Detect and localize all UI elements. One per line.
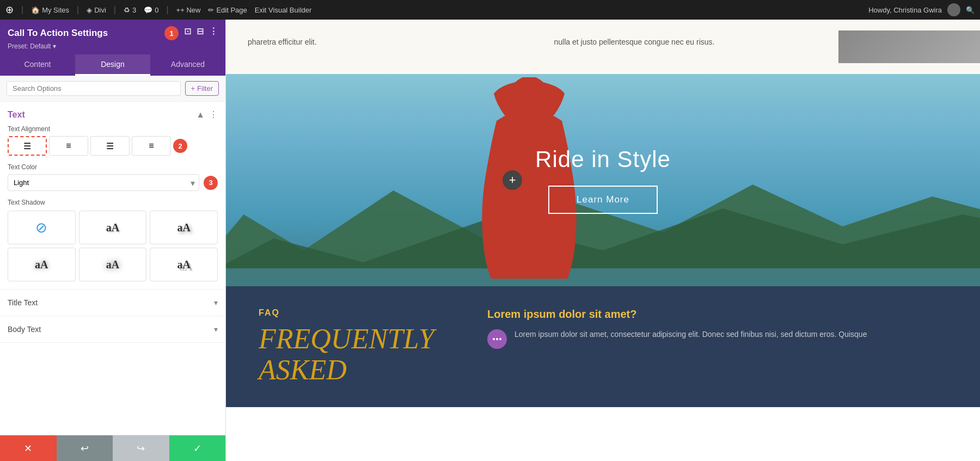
settings-panel: Call To Action Settings 1 ⊡ ⊟ ⋮ Preset: … xyxy=(0,20,226,461)
cancel-button[interactable]: ✕ xyxy=(0,435,57,461)
learn-more-button[interactable]: Learn More xyxy=(548,186,658,214)
collapse-chevron-icon[interactable]: ▲ xyxy=(196,110,205,120)
undo-icon: ↩ xyxy=(81,442,89,454)
text-color-label: Text Color xyxy=(8,163,218,171)
text-section-body: Text Alignment ☰ ≡ ☰ ≡ 2 Text Color Ligh… xyxy=(0,125,225,289)
preset-selector[interactable]: Preset: Default ▾ xyxy=(8,42,218,50)
save-icon: ✓ xyxy=(193,442,201,454)
plus-icon: + xyxy=(509,173,516,187)
divi-link[interactable]: ◈ Divi xyxy=(87,6,106,14)
text-color-select[interactable]: Light Dark Custom xyxy=(8,174,199,191)
text-section: Text ▲ ⋮ Text Alignment ☰ ≡ ☰ ≡ 2 Text C… xyxy=(0,102,225,290)
bottom-toolbar: ✕ ↩ ↪ ✓ xyxy=(0,435,225,461)
search-icon[interactable]: 🔍 xyxy=(966,6,975,14)
user-avatar xyxy=(947,3,960,16)
plus-icon: + xyxy=(191,84,195,93)
top-text-2: nulla et justo pellentesque congue nec e… xyxy=(554,38,715,46)
tab-content[interactable]: Content xyxy=(0,54,75,76)
faq-left-col: FAQ FrequentlyAsked xyxy=(259,308,444,385)
color-row: Light Dark Custom ▾ 3 xyxy=(8,174,218,191)
badge-1: 1 xyxy=(164,26,179,40)
alignment-row: ☰ ≡ ☰ ≡ 2 xyxy=(8,136,218,156)
svg-rect-2 xyxy=(226,268,980,286)
add-section-button[interactable]: + xyxy=(503,170,522,190)
hero-content: Ride in Style Learn More xyxy=(535,146,671,214)
recycle-count: 3 xyxy=(132,6,136,14)
top-text-1: pharetra efficitur elit. xyxy=(248,38,317,46)
shadow-glow1-button[interactable]: aA xyxy=(8,248,76,281)
undo-button[interactable]: ↩ xyxy=(57,435,113,461)
home-icon: 🏠 xyxy=(31,6,40,14)
layout-icon[interactable]: ⊟ xyxy=(197,26,204,40)
badge-2: 2 xyxy=(173,139,187,153)
shadow-soft-text: aA xyxy=(106,222,119,234)
hero-section: + Ride in Style Learn More xyxy=(226,74,980,286)
shadow-grid: ⊘ aA aA aA aA aA xyxy=(8,211,218,281)
section-controls: ▲ ⋮ xyxy=(196,109,218,120)
canvas-top-section: pharetra efficitur elit. nulla et justo … xyxy=(226,20,980,74)
exit-visual-builder-link[interactable]: Exit Visual Builder xyxy=(255,6,312,14)
align-justify-button[interactable]: ≡ xyxy=(132,136,171,156)
search-input[interactable] xyxy=(7,81,181,96)
preset-chevron-icon: ▾ xyxy=(53,42,56,50)
wordpress-icon[interactable]: ⊕ xyxy=(5,4,14,16)
faq-title: FrequentlyAsked xyxy=(259,323,444,385)
text-section-header: Text ▲ ⋮ xyxy=(0,102,225,125)
cancel-icon: ✕ xyxy=(24,442,32,454)
panel-title-text: Call To Action Settings xyxy=(8,28,108,39)
shadow-medium-text: aA xyxy=(177,222,190,234)
body-text-section[interactable]: Body Text ▾ xyxy=(0,316,225,343)
user-label: Howdy, Christina Gwira xyxy=(868,6,942,14)
faq-section: FAQ FrequentlyAsked Lorem ipsum dolor si… xyxy=(226,286,980,407)
no-shadow-icon: ⊘ xyxy=(35,219,47,236)
title-text-section[interactable]: Title Text ▾ xyxy=(0,290,225,316)
save-button[interactable]: ✓ xyxy=(169,435,226,461)
tab-advanced[interactable]: Advanced xyxy=(150,54,225,76)
canvas-top-col-left: pharetra efficitur elit. xyxy=(226,30,532,63)
search-row: + Filter xyxy=(0,76,225,102)
screen-icon[interactable]: ⊡ xyxy=(184,26,191,40)
panel-header: Call To Action Settings 1 ⊡ ⊟ ⋮ Preset: … xyxy=(0,20,225,54)
faq-answer-row: Lorem ipsum dolor sit amet, consectetur … xyxy=(487,328,947,349)
text-section-title: Text xyxy=(8,110,25,120)
shadow-soft-button[interactable]: aA xyxy=(79,211,147,244)
shadow-medium-button[interactable]: aA xyxy=(150,211,218,244)
comment-count: 0 xyxy=(155,6,158,14)
shadow-glow2-button[interactable]: aA xyxy=(79,248,147,281)
panel-tabs: Content Design Advanced xyxy=(0,54,225,76)
align-right-button[interactable]: ☰ xyxy=(90,136,130,156)
redo-button[interactable]: ↪ xyxy=(113,435,169,461)
canvas-area: pharetra efficitur elit. nulla et justo … xyxy=(226,20,980,461)
body-text-label: Body Text xyxy=(8,325,41,334)
faq-dot-icon xyxy=(487,329,507,349)
faq-tag: FAQ xyxy=(259,308,444,318)
redo-icon: ↪ xyxy=(137,442,145,454)
shadow-glow1-text: aA xyxy=(35,259,48,271)
comment-link[interactable]: 💬 0 xyxy=(144,6,158,14)
pencil-icon: ✏ xyxy=(208,6,214,14)
body-text-chevron-icon: ▾ xyxy=(214,325,218,334)
my-sites-link[interactable]: 🏠 My Sites xyxy=(31,6,69,14)
recycle-link[interactable]: ♻ 3 xyxy=(124,6,136,14)
canvas-top-col-right: nulla et justo pellentesque congue nec e… xyxy=(532,30,839,63)
shadow-hard-button[interactable]: aA xyxy=(150,248,218,281)
shadow-none-button[interactable]: ⊘ xyxy=(8,211,76,244)
align-center-button[interactable]: ≡ xyxy=(49,136,88,156)
title-text-chevron-icon: ▾ xyxy=(214,298,218,307)
panel-title-row: Call To Action Settings 1 ⊡ ⊟ ⋮ xyxy=(8,26,218,40)
color-select-wrap: Light Dark Custom ▾ xyxy=(8,174,199,191)
text-shadow-label: Text Shadow xyxy=(8,199,218,206)
filter-button[interactable]: + Filter xyxy=(185,81,219,96)
faq-right-col: Lorem ipsum dolor sit amet? Lorem ipsum … xyxy=(487,308,947,349)
shadow-glow2-text: aA xyxy=(106,259,119,271)
align-left-button[interactable]: ☰ xyxy=(8,136,47,156)
section-more-icon[interactable]: ⋮ xyxy=(209,109,218,120)
plus-icon: + xyxy=(176,6,181,14)
new-button[interactable]: + + New xyxy=(176,6,201,14)
more-icon[interactable]: ⋮ xyxy=(209,26,218,40)
text-alignment-label: Text Alignment xyxy=(8,125,218,133)
tab-design[interactable]: Design xyxy=(75,54,150,76)
recycle-icon: ♻ xyxy=(124,6,130,14)
faq-answer-text: Lorem ipsum dolor sit amet, consectetur … xyxy=(514,328,867,340)
edit-page-link[interactable]: ✏ Edit Page xyxy=(208,6,247,14)
